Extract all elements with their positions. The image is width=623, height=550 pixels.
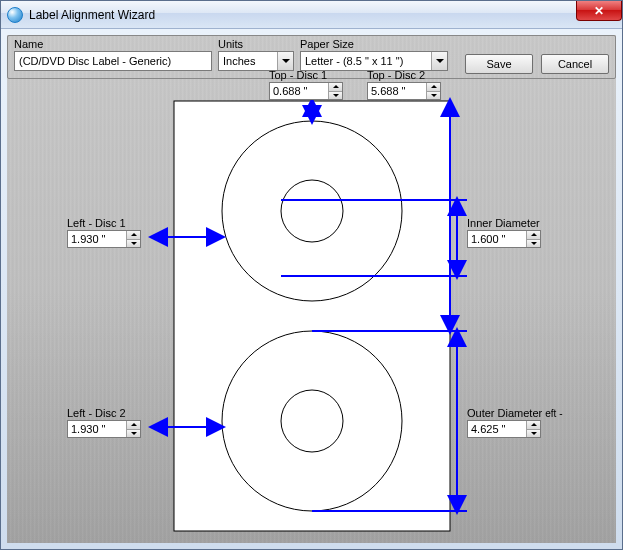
spinner-up-icon[interactable] bbox=[527, 421, 540, 430]
spinner-up-icon[interactable] bbox=[527, 231, 540, 240]
left-disc1-label: Left - Disc 1 bbox=[67, 217, 141, 229]
name-label: Name bbox=[14, 38, 212, 50]
left-disc2-stepper[interactable]: 1.930 " bbox=[67, 420, 141, 438]
spinner-down-icon[interactable] bbox=[427, 92, 440, 100]
left-disc1-stepper[interactable]: 1.930 " bbox=[67, 230, 141, 248]
name-value: (CD/DVD Disc Label - Generic) bbox=[19, 55, 171, 67]
measure-outer-diam: Outer Diameter eft - 4.625 " bbox=[467, 407, 587, 438]
measure-top-disc2: Top - Disc 2 5.688 " bbox=[367, 69, 441, 100]
chevron-down-icon[interactable] bbox=[431, 52, 447, 70]
units-label: Units bbox=[218, 38, 294, 50]
top-disc2-value: 5.688 " bbox=[368, 83, 426, 99]
top-disc1-value: 0.688 " bbox=[270, 83, 328, 99]
label-diagram-svg bbox=[7, 91, 616, 537]
save-button[interactable]: Save bbox=[465, 54, 533, 74]
diagram-area: Top - Disc 1 0.688 " Top - Disc 2 5.688 … bbox=[7, 91, 616, 537]
papersize-value: Letter - (8.5 " x 11 ") bbox=[301, 52, 431, 70]
papersize-label: Paper Size bbox=[300, 38, 448, 50]
content-area: Name (CD/DVD Disc Label - Generic) Units… bbox=[1, 29, 622, 549]
outer-diam-stepper[interactable]: 4.625 " bbox=[467, 420, 541, 438]
top-disc1-label: Top - Disc 1 bbox=[269, 69, 343, 81]
spinner-up-icon[interactable] bbox=[427, 83, 440, 92]
units-combo[interactable]: Inches bbox=[218, 51, 294, 71]
inner-diam-value: 1.600 " bbox=[468, 231, 526, 247]
inner-diam-stepper[interactable]: 1.600 " bbox=[467, 230, 541, 248]
close-button[interactable]: ✕ bbox=[576, 1, 622, 21]
measure-inner-diam: Inner Diameter 1.600 " bbox=[467, 217, 557, 248]
window-frame: Label Alignment Wizard ✕ Name (CD/DVD Di… bbox=[0, 0, 623, 550]
spinner-down-icon[interactable] bbox=[127, 430, 140, 438]
cancel-button[interactable]: Cancel bbox=[541, 54, 609, 74]
name-field[interactable]: (CD/DVD Disc Label - Generic) bbox=[14, 51, 212, 71]
left-disc2-label: Left - Disc 2 bbox=[67, 407, 141, 419]
spinner-down-icon[interactable] bbox=[127, 240, 140, 248]
spinner-down-icon[interactable] bbox=[527, 240, 540, 248]
outer-diam-label-clip: eft - bbox=[545, 408, 562, 419]
measure-left-disc2: Left - Disc 2 1.930 " bbox=[67, 407, 141, 438]
titlebar: Label Alignment Wizard ✕ bbox=[1, 1, 622, 29]
window-title: Label Alignment Wizard bbox=[29, 8, 155, 22]
spinner-up-icon[interactable] bbox=[127, 421, 140, 430]
spinner-up-icon[interactable] bbox=[329, 83, 342, 92]
top-disc2-stepper[interactable]: 5.688 " bbox=[367, 82, 441, 100]
left-disc1-value: 1.930 " bbox=[68, 231, 126, 247]
left-disc2-value: 1.930 " bbox=[68, 421, 126, 437]
top-disc2-label: Top - Disc 2 bbox=[367, 69, 441, 81]
outer-diam-value: 4.625 " bbox=[468, 421, 526, 437]
inner-diam-label: Inner Diameter bbox=[467, 217, 557, 229]
spinner-down-icon[interactable] bbox=[527, 430, 540, 438]
spinner-down-icon[interactable] bbox=[329, 92, 342, 100]
outer-diam-label: Outer Diameter eft - bbox=[467, 407, 587, 419]
units-value: Inches bbox=[219, 52, 277, 70]
close-icon: ✕ bbox=[594, 4, 604, 18]
papersize-combo[interactable]: Letter - (8.5 " x 11 ") bbox=[300, 51, 448, 71]
chevron-down-icon[interactable] bbox=[277, 52, 293, 70]
measure-left-disc1: Left - Disc 1 1.930 " bbox=[67, 217, 141, 248]
paper-rect bbox=[174, 101, 450, 531]
spinner-up-icon[interactable] bbox=[127, 231, 140, 240]
top-disc1-stepper[interactable]: 0.688 " bbox=[269, 82, 343, 100]
measure-top-disc1: Top - Disc 1 0.688 " bbox=[269, 69, 343, 100]
app-icon bbox=[7, 7, 23, 23]
